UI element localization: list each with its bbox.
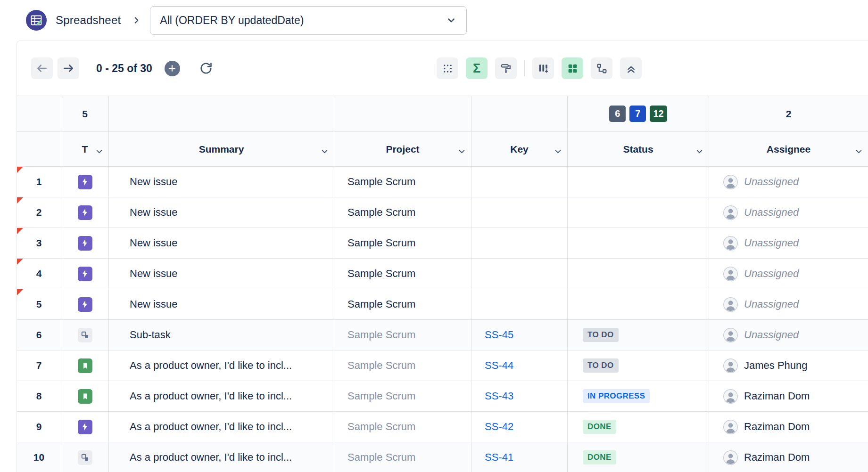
assignee-cell[interactable]: Raziman Dom (709, 381, 868, 412)
add-row-button[interactable] (165, 61, 180, 76)
assignee-cell[interactable]: Unassigned (709, 320, 868, 350)
key-cell[interactable]: SS-42 (471, 412, 568, 442)
key-cell[interactable]: SS-44 (471, 350, 568, 381)
summary-cell[interactable]: As a product owner, I'd like to incl... (109, 381, 334, 412)
unsaved-marker-icon (17, 259, 23, 265)
issue-type-cell[interactable] (61, 259, 109, 289)
summary-cell[interactable]: New issue (109, 167, 334, 197)
row-header-10[interactable]: 10 (17, 442, 61, 472)
status-cell[interactable] (568, 167, 709, 197)
column-stats-button[interactable] (532, 57, 554, 79)
summary-cell[interactable]: As a product owner, I'd like to incl... (109, 412, 334, 442)
row-header-5[interactable]: 5 (17, 289, 61, 320)
status-cell[interactable]: DONE (568, 412, 709, 442)
key-cell[interactable] (471, 167, 568, 197)
hierarchy-button[interactable] (591, 57, 612, 79)
status-cell[interactable] (568, 289, 709, 320)
issue-key-link[interactable]: SS-44 (485, 359, 513, 372)
issue-type-cell[interactable] (61, 228, 109, 259)
row-header-9[interactable]: 9 (17, 412, 61, 442)
status-cell[interactable]: TO DO (568, 320, 709, 350)
key-cell[interactable] (471, 289, 568, 320)
key-cell[interactable] (471, 197, 568, 228)
summary-cell[interactable]: New issue (109, 259, 334, 289)
row-header-8[interactable]: 8 (17, 381, 61, 412)
key-cell[interactable]: SS-41 (471, 442, 568, 472)
unsaved-marker-icon (17, 167, 23, 173)
select-cells-button[interactable] (437, 57, 458, 79)
format-painter-button[interactable] (495, 57, 517, 79)
row-header-corner-cell[interactable] (17, 132, 61, 167)
key-cell[interactable]: SS-43 (471, 381, 568, 412)
assignee-cell[interactable]: Unassigned (709, 259, 868, 289)
status-cell[interactable] (568, 228, 709, 259)
row-header-6[interactable]: 6 (17, 320, 61, 350)
project-cell[interactable]: Sample Scrum (334, 167, 471, 197)
issue-type-cell[interactable] (61, 320, 109, 350)
row-header-1[interactable]: 1 (17, 167, 61, 197)
grid-view-button[interactable] (562, 57, 583, 79)
key-cell[interactable]: SS-45 (471, 320, 568, 350)
column-header-summary[interactable]: Summary (109, 132, 334, 167)
row-header-7[interactable]: 7 (17, 350, 61, 381)
assignee-cell[interactable]: Unassigned (709, 197, 868, 228)
assignee-cell[interactable]: Unassigned (709, 289, 868, 320)
status-cell[interactable]: DONE (568, 442, 709, 472)
key-cell[interactable] (471, 259, 568, 289)
double-chevron-up-icon (625, 63, 637, 74)
project-cell[interactable]: Sample Scrum (334, 442, 471, 472)
issue-type-cell[interactable] (61, 197, 109, 228)
refresh-button[interactable] (199, 61, 213, 75)
view-selector-dropdown[interactable]: All (ORDER BY updatedDate) (150, 6, 467, 35)
project-cell[interactable]: Sample Scrum (334, 412, 471, 442)
column-header-assignee[interactable]: Assignee (709, 132, 868, 167)
issue-type-cell[interactable] (61, 167, 109, 197)
breadcrumb-app-name[interactable]: Spreadsheet (56, 14, 121, 27)
assignee-cell[interactable]: Raziman Dom (709, 412, 868, 442)
summary-cell[interactable]: Sub-task (109, 320, 334, 350)
summary-cell[interactable]: New issue (109, 289, 334, 320)
project-cell[interactable]: Sample Scrum (334, 320, 471, 350)
column-header-status[interactable]: Status (568, 132, 709, 167)
row-header-4[interactable]: 4 (17, 259, 61, 289)
project-cell[interactable]: Sample Scrum (334, 289, 471, 320)
issue-key-link[interactable]: SS-43 (485, 390, 513, 402)
issue-key-link[interactable]: SS-41 (485, 451, 513, 464)
issue-type-cell[interactable] (61, 412, 109, 442)
next-page-button[interactable] (58, 57, 79, 79)
issue-type-cell[interactable] (61, 442, 109, 472)
issue-key-link[interactable]: SS-45 (485, 329, 513, 341)
issue-type-cell[interactable] (61, 289, 109, 320)
status-cell[interactable] (568, 197, 709, 228)
issue-type-cell[interactable] (61, 381, 109, 412)
column-label: Project (386, 144, 419, 155)
summary-cell[interactable]: New issue (109, 197, 334, 228)
column-header-key[interactable]: Key (471, 132, 568, 167)
issue-key-link[interactable]: SS-42 (485, 421, 513, 433)
project-cell[interactable]: Sample Scrum (334, 259, 471, 289)
key-cell[interactable] (471, 228, 568, 259)
sum-button[interactable]: Σ (466, 57, 488, 79)
project-cell[interactable]: Sample Scrum (334, 197, 471, 228)
project-cell[interactable]: Sample Scrum (334, 228, 471, 259)
status-cell[interactable]: TO DO (568, 350, 709, 381)
status-cell[interactable]: IN PROGRESS (568, 381, 709, 412)
project-cell[interactable]: Sample Scrum (334, 381, 471, 412)
collapse-all-button[interactable] (620, 57, 642, 79)
issue-type-cell[interactable] (61, 350, 109, 381)
summary-cell[interactable]: As a product owner, I'd like to incl... (109, 350, 334, 381)
status-cell[interactable] (568, 259, 709, 289)
summary-cell[interactable]: As a product owner, I'd like to incl... (109, 442, 334, 472)
row-header-3[interactable]: 3 (17, 228, 61, 259)
assignee-cell[interactable]: Unassigned (709, 228, 868, 259)
column-header-type[interactable]: T (61, 132, 109, 167)
project-cell[interactable]: Sample Scrum (334, 350, 471, 381)
column-header-project[interactable]: Project (334, 132, 471, 167)
assignee-cell[interactable]: Raziman Dom (709, 442, 868, 472)
assignee-cell[interactable]: Unassigned (709, 167, 868, 197)
previous-page-button[interactable] (31, 57, 53, 79)
summary-cell[interactable]: New issue (109, 228, 334, 259)
assignee-cell[interactable]: James Phung (709, 350, 868, 381)
row-header-2[interactable]: 2 (17, 197, 61, 228)
type-count: 5 (82, 108, 88, 120)
